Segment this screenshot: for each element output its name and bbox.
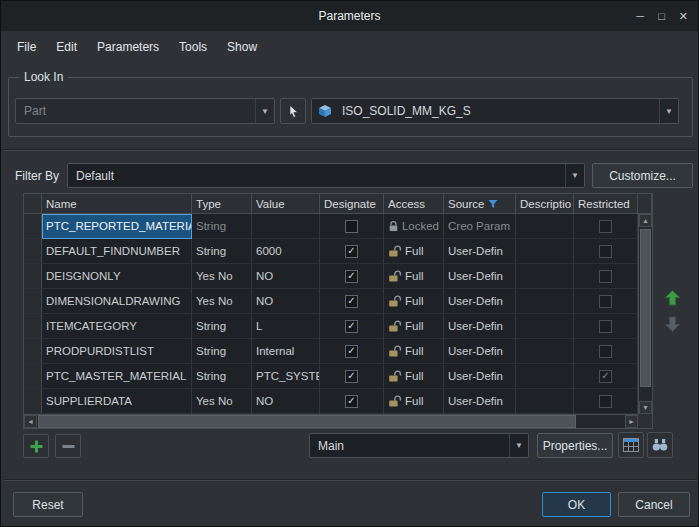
reset-button[interactable]: Reset	[13, 492, 83, 517]
vertical-scrollbar-thumb[interactable]	[640, 229, 651, 387]
checkbox[interactable]	[345, 220, 358, 233]
menu-tools[interactable]: Tools	[169, 35, 217, 59]
access-cell[interactable]: Full	[384, 364, 444, 389]
restricted-cell[interactable]	[574, 389, 638, 414]
access-cell[interactable]: Full	[384, 314, 444, 339]
table-row[interactable]: ITEMCATEGORYStringL✓FullUser-Defin	[24, 314, 652, 339]
access-cell[interactable]: Full	[384, 339, 444, 364]
checkbox[interactable]: ✓	[345, 295, 358, 308]
checkbox[interactable]	[599, 270, 612, 283]
param-value-cell[interactable]: Internal	[252, 339, 320, 364]
param-type-cell[interactable]: String	[192, 239, 252, 264]
checkbox[interactable]	[599, 395, 612, 408]
checkbox[interactable]: ✓	[345, 345, 358, 358]
model-dropdown[interactable]: ISO_SOLID_MM_KG_S ▼	[311, 98, 679, 124]
source-cell[interactable]: User-Defin	[444, 339, 516, 364]
column-header-designate[interactable]: Designate	[320, 194, 384, 214]
designate-cell[interactable]: ✓	[320, 314, 384, 339]
param-type-cell[interactable]: Yes No	[192, 289, 252, 314]
description-cell[interactable]	[516, 239, 574, 264]
scroll-left-button[interactable]: ◄	[24, 415, 37, 428]
param-name-cell[interactable]: DEISGNONLY	[42, 264, 192, 289]
param-type-cell[interactable]: Yes No	[192, 389, 252, 414]
filter-icon[interactable]	[488, 199, 498, 209]
description-cell[interactable]	[516, 264, 574, 289]
checkbox[interactable]	[599, 320, 612, 333]
param-type-cell[interactable]: String	[192, 314, 252, 339]
row-gutter[interactable]	[24, 364, 42, 389]
properties-button[interactable]: Properties...	[537, 433, 613, 458]
scroll-down-button[interactable]: ▼	[639, 401, 652, 414]
table-row[interactable]: PTC_REPORTED_MATERIALStringLockedCreo Pa…	[24, 214, 652, 239]
chevron-down-icon[interactable]: ▼	[255, 99, 274, 123]
source-cell[interactable]: Creo Param	[444, 214, 516, 239]
param-name-cell[interactable]: PTC_REPORTED_MATERIAL	[42, 214, 192, 239]
chevron-down-icon[interactable]: ▼	[509, 434, 528, 457]
source-cell[interactable]: User-Defin	[444, 389, 516, 414]
chevron-down-icon[interactable]: ▼	[565, 164, 584, 187]
move-up-button[interactable]	[661, 287, 683, 309]
maximize-button[interactable]: □	[658, 11, 665, 22]
chevron-down-icon[interactable]: ▼	[659, 99, 678, 123]
restricted-cell[interactable]: ✓	[574, 364, 638, 389]
checkbox[interactable]	[599, 245, 612, 258]
param-name-cell[interactable]: DIMENSIONALDRAWING	[42, 289, 192, 314]
access-cell[interactable]: Full	[384, 389, 444, 414]
param-name-cell[interactable]: PRODPURDISTLIST	[42, 339, 192, 364]
select-item-button[interactable]	[280, 98, 306, 124]
param-value-cell[interactable]: NO	[252, 389, 320, 414]
access-cell[interactable]: Locked	[384, 214, 444, 239]
ok-button[interactable]: OK	[542, 492, 611, 517]
customize-button[interactable]: Customize...	[592, 163, 693, 188]
restricted-cell[interactable]	[574, 214, 638, 239]
description-cell[interactable]	[516, 289, 574, 314]
table-row[interactable]: PRODPURDISTLISTStringInternal✓FullUser-D…	[24, 339, 652, 364]
table-row[interactable]: SUPPLIERDATAYes NoNO✓FullUser-Defin	[24, 389, 652, 414]
access-cell[interactable]: Full	[384, 264, 444, 289]
horizontal-scrollbar[interactable]: ◄ ►	[24, 414, 638, 428]
param-type-cell[interactable]: Yes No	[192, 264, 252, 289]
row-gutter[interactable]	[24, 214, 42, 239]
column-header-name[interactable]: Name	[42, 194, 192, 214]
param-name-cell[interactable]: SUPPLIERDATA	[42, 389, 192, 414]
horizontal-scrollbar-thumb[interactable]	[38, 415, 576, 428]
column-header-descriptio[interactable]: Descriptio	[516, 194, 574, 214]
column-header-source[interactable]: Source	[444, 194, 516, 214]
checkbox[interactable]: ✓	[345, 370, 358, 383]
move-down-button[interactable]	[661, 313, 683, 335]
param-name-cell[interactable]: DEFAULT_FINDNUMBER	[42, 239, 192, 264]
param-name-cell[interactable]: PTC_MASTER_MATERIAL	[42, 364, 192, 389]
restricted-cell[interactable]	[574, 239, 638, 264]
description-cell[interactable]	[516, 364, 574, 389]
look-in-type-dropdown[interactable]: Part ▼	[15, 98, 275, 124]
param-name-cell[interactable]: ITEMCATEGORY	[42, 314, 192, 339]
menu-parameters[interactable]: Parameters	[87, 35, 169, 59]
param-type-cell[interactable]: String	[192, 339, 252, 364]
description-cell[interactable]	[516, 389, 574, 414]
table-row[interactable]: DEFAULT_FINDNUMBERString6000✓FullUser-De…	[24, 239, 652, 264]
row-gutter[interactable]	[24, 339, 42, 364]
row-gutter[interactable]	[24, 239, 42, 264]
restricted-cell[interactable]	[574, 264, 638, 289]
search-button[interactable]	[647, 432, 673, 458]
column-header-value[interactable]: Value	[252, 194, 320, 214]
param-value-cell[interactable]: PTC_SYSTEM	[252, 364, 320, 389]
add-parameter-button[interactable]	[23, 434, 49, 458]
table-view-button[interactable]	[618, 432, 644, 458]
column-header-restricted[interactable]: Restricted	[574, 194, 638, 214]
column-header-access[interactable]: Access	[384, 194, 444, 214]
param-value-cell[interactable]: L	[252, 314, 320, 339]
designate-cell[interactable]: ✓	[320, 264, 384, 289]
source-cell[interactable]: User-Defin	[444, 264, 516, 289]
vertical-scrollbar[interactable]: ▲ ▼	[638, 214, 652, 414]
param-type-cell[interactable]: String	[192, 214, 252, 239]
checkbox[interactable]: ✓	[345, 395, 358, 408]
checkbox[interactable]	[599, 345, 612, 358]
scroll-right-button[interactable]: ►	[625, 415, 638, 428]
close-button[interactable]: ✕	[679, 11, 688, 22]
description-cell[interactable]	[516, 214, 574, 239]
access-cell[interactable]: Full	[384, 289, 444, 314]
designate-cell[interactable]	[320, 214, 384, 239]
table-row[interactable]: PTC_MASTER_MATERIALStringPTC_SYSTEM✓Full…	[24, 364, 652, 389]
source-cell[interactable]: User-Defin	[444, 364, 516, 389]
